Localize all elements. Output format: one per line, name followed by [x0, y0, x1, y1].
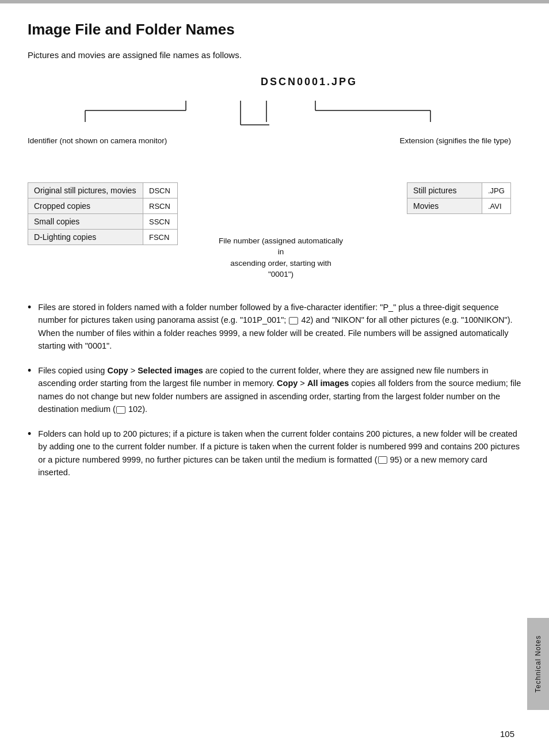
- left-identifier-label: Identifier (not shown on camera monitor): [28, 136, 167, 145]
- bullet-text-3: Folders can hold up to 200 pictures; if …: [38, 427, 521, 479]
- page-title: Image File and Folder Names: [28, 21, 521, 39]
- table-row: Small copiesSSCN: [28, 214, 178, 230]
- extension-table: Still pictures.JPGMovies.AVI: [407, 182, 511, 214]
- right-extension-label: Extension (signifies the file type): [399, 136, 511, 145]
- extension-label-cell: Movies: [407, 198, 482, 214]
- page-number: 105: [500, 729, 514, 739]
- copy-label-2: Copy: [277, 379, 298, 388]
- copy-label: Copy: [107, 366, 128, 375]
- bullet-item-3: Folders can hold up to 200 pictures; if …: [28, 427, 521, 479]
- extension-code-cell: .AVI: [482, 198, 511, 214]
- diagram-section: DSCN0001.JPG Identifier (not shown on ca…: [28, 76, 521, 280]
- intro-text: Pictures and movies are assigned file na…: [28, 50, 521, 60]
- bullet-text-1: Files are stored in folders named with a…: [38, 301, 521, 353]
- table-row: Still pictures.JPG: [407, 183, 511, 198]
- technical-notes-label: Technical Notes: [534, 635, 542, 693]
- bullet-list: Files are stored in folders named with a…: [28, 301, 521, 479]
- identifier-code-cell: SSCN: [143, 214, 178, 230]
- identifier-label-cell: Original still pictures, movies: [28, 183, 143, 198]
- table-row: D-Lighting copiesFSCN: [28, 230, 178, 245]
- extension-code-cell: .JPG: [482, 183, 511, 198]
- selected-images-label: Selected images: [138, 366, 203, 375]
- table-row: Movies.AVI: [407, 198, 511, 214]
- identifier-code-cell: RSCN: [143, 198, 178, 214]
- bullet-item-1: Files are stored in folders named with a…: [28, 301, 521, 353]
- top-bar: [0, 0, 549, 3]
- diagram-area: Identifier (not shown on camera monitor)…: [28, 136, 523, 280]
- all-images-label: All images: [307, 379, 349, 388]
- bullet-text-2: Files copied using Copy > Selected image…: [38, 364, 521, 416]
- technical-notes-sidebar: Technical Notes: [527, 618, 549, 710]
- connector-svg: [28, 90, 523, 136]
- bullet-item-2: Files copied using Copy > Selected image…: [28, 364, 521, 416]
- identifier-label-cell: Cropped copies: [28, 198, 143, 214]
- identifier-table: Original still pictures, moviesDSCNCropp…: [28, 182, 178, 245]
- ref-icon-102: [116, 406, 125, 414]
- ref-icon-42: [289, 317, 298, 324]
- file-number-label: File number (assigned automatically inas…: [218, 235, 344, 280]
- identifier-label-cell: Small copies: [28, 214, 143, 230]
- table-row: Cropped copiesRSCN: [28, 198, 178, 214]
- identifier-label-cell: D-Lighting copies: [28, 230, 143, 245]
- ref-icon-95: [378, 456, 387, 464]
- identifier-code-cell: DSCN: [143, 183, 178, 198]
- identifier-code-cell: FSCN: [143, 230, 178, 245]
- main-content: Image File and Folder Names Pictures and…: [0, 3, 549, 514]
- extension-label-cell: Still pictures: [407, 183, 482, 198]
- filename-label: DSCN0001.JPG: [226, 76, 357, 87]
- table-row: Original still pictures, moviesDSCN: [28, 183, 178, 198]
